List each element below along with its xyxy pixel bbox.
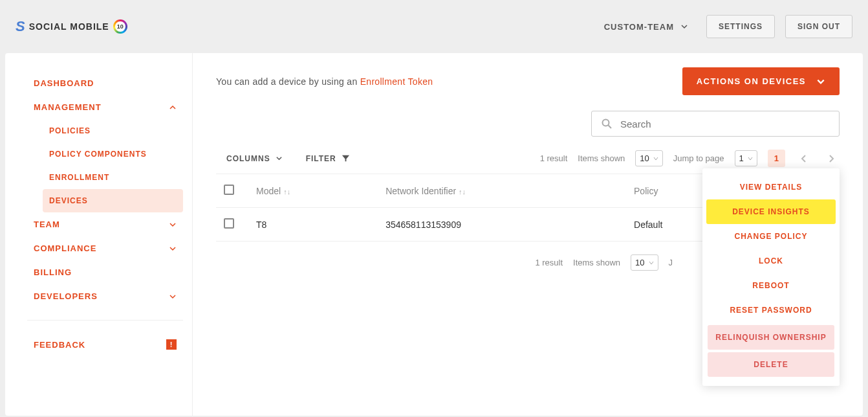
actions-on-devices-button[interactable]: ACTIONS ON DEVICES [682, 67, 840, 95]
menu-reboot[interactable]: REBOOT [706, 273, 836, 298]
logo-text: SOCIAL MOBILE [29, 21, 109, 32]
chevron-up-icon [169, 104, 177, 111]
items-shown-label: Items shown [573, 258, 620, 267]
sidebar-item-management[interactable]: MANAGEMENT [27, 95, 183, 119]
toolbar-row: COLUMNS FILTER 1 result Items shown 10 J… [216, 150, 840, 167]
intro-text: You can add a device by using an Enrollm… [216, 76, 433, 87]
chevron-down-icon [169, 245, 177, 253]
row-checkbox[interactable] [224, 218, 234, 229]
jump-page-select[interactable]: 1 [735, 150, 757, 166]
items-shown-label: Items shown [578, 153, 625, 163]
topbar: S SOCIAL MOBILE 10 CUSTOM-TEAM SETTINGS … [0, 0, 868, 53]
jump-label-partial: J [669, 258, 673, 267]
svg-point-0 [603, 120, 609, 126]
toolbar-left: COLUMNS FILTER [216, 154, 350, 163]
enrollment-token-link[interactable]: Enrollment Token [360, 76, 433, 87]
sidebar-item-policies[interactable]: POLICIES [43, 119, 183, 142]
sidebar-item-devices[interactable]: DEVICES [43, 189, 183, 212]
menu-view-details[interactable]: VIEW DETAILS [706, 175, 836, 199]
menu-relinquish-ownership[interactable]: RELINQUISH OWNERSHIP [708, 325, 834, 350]
team-selector[interactable]: CUSTOM-TEAM [596, 17, 696, 37]
menu-change-policy[interactable]: CHANGE POLICY [706, 224, 836, 249]
select-all-checkbox[interactable] [224, 185, 234, 195]
menu-device-insights[interactable]: DEVICE INSIGHTS [706, 199, 836, 224]
settings-button[interactable]: SETTINGS [706, 15, 775, 38]
chevron-down-icon [276, 155, 283, 162]
sidebar-item-dashboard[interactable]: DASHBOARD [27, 71, 183, 95]
current-page[interactable]: 1 [768, 150, 785, 167]
cell-network: 354658113153909 [378, 208, 626, 242]
logo-badge: 10 [113, 19, 127, 34]
col-model[interactable]: Model↑↓ [248, 174, 378, 208]
feedback-badge-icon: ! [166, 339, 177, 350]
toolbar-right: 1 result Items shown 10 Jump to page 1 1 [540, 150, 840, 167]
items-shown-select[interactable]: 10 [631, 254, 658, 271]
chevron-down-icon [169, 221, 177, 229]
chevron-down-icon [680, 23, 688, 30]
main-panel: DASHBOARD MANAGEMENT POLICIES POLICY COM… [5, 53, 863, 416]
menu-reset-password[interactable]: RESET PASSWORD [706, 298, 836, 322]
search-row [216, 111, 840, 137]
next-page-button[interactable] [823, 152, 840, 166]
logo[interactable]: S SOCIAL MOBILE 10 [16, 18, 127, 35]
sidebar-item-feedback[interactable]: FEEDBACK ! [27, 332, 183, 357]
search-box[interactable] [591, 111, 840, 137]
col-network[interactable]: Network Identifier↑↓ [378, 174, 626, 208]
sort-icon: ↑↓ [283, 188, 290, 196]
caret-down-icon [649, 260, 654, 265]
svg-line-1 [609, 126, 612, 129]
sidebar: DASHBOARD MANAGEMENT POLICIES POLICY COM… [5, 53, 193, 416]
sidebar-item-developers[interactable]: DEVELOPERS [27, 284, 183, 308]
sort-icon: ↑↓ [459, 188, 466, 196]
logo-icon: S [16, 18, 25, 35]
results-count: 1 result [535, 258, 563, 267]
menu-lock[interactable]: LOCK [706, 249, 836, 273]
signout-button[interactable]: SIGN OUT [785, 15, 852, 38]
actions-dropdown-menu: VIEW DETAILS DEVICE INSIGHTS CHANGE POLI… [702, 168, 840, 386]
filter-icon [342, 154, 350, 163]
topbar-right: CUSTOM-TEAM SETTINGS SIGN OUT [596, 15, 852, 38]
sidebar-management-sub: POLICIES POLICY COMPONENTS ENROLLMENT DE… [27, 119, 183, 212]
content: You can add a device by using an Enrollm… [193, 53, 863, 416]
filter-button[interactable]: FILTER [306, 154, 350, 163]
search-input[interactable] [620, 118, 830, 130]
sidebar-item-enrollment[interactable]: ENROLLMENT [43, 166, 183, 189]
sidebar-item-compliance[interactable]: COMPLIANCE [27, 236, 183, 260]
caret-down-icon [653, 156, 658, 161]
cell-model: T8 [248, 208, 378, 242]
team-label: CUSTOM-TEAM [604, 22, 674, 32]
content-header: You can add a device by using an Enrollm… [216, 67, 840, 95]
jump-label: Jump to page [673, 153, 724, 163]
sidebar-item-team[interactable]: TEAM [27, 212, 183, 236]
columns-button[interactable]: COLUMNS [226, 154, 283, 163]
chevron-down-icon [169, 293, 177, 300]
menu-delete[interactable]: DELETE [708, 352, 834, 377]
items-shown-select[interactable]: 10 [635, 150, 662, 166]
results-count: 1 result [540, 153, 568, 163]
caret-down-icon [748, 156, 753, 161]
sidebar-item-billing[interactable]: BILLING [27, 260, 183, 284]
sidebar-divider [27, 320, 183, 321]
chevron-down-icon [816, 77, 825, 86]
prev-page-button[interactable] [796, 152, 812, 166]
sidebar-item-policy-components[interactable]: POLICY COMPONENTS [43, 142, 183, 166]
search-icon [601, 118, 613, 130]
